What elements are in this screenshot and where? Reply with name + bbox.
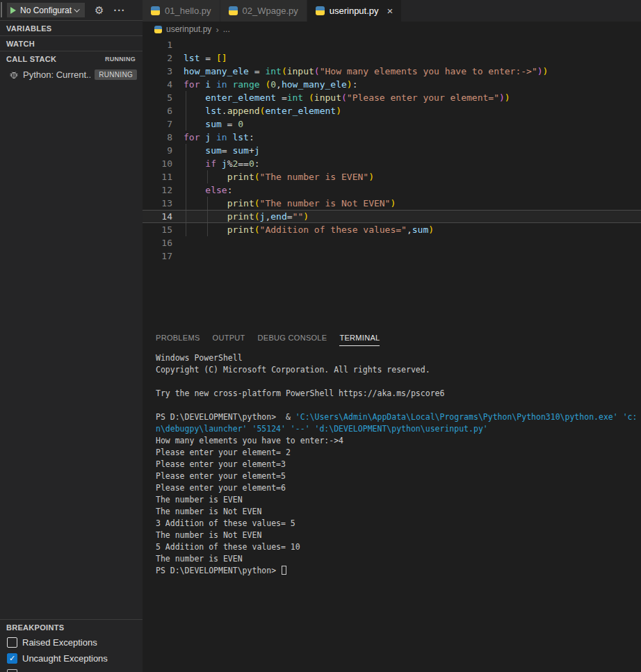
token: print — [227, 224, 254, 235]
token: ) — [428, 224, 434, 235]
panel-tab-problems[interactable]: PROBLEMS — [156, 334, 200, 345]
panel-tab-terminal[interactable]: TERMINAL — [339, 334, 380, 346]
token: : — [227, 185, 233, 195]
tab-02_Wpage.py[interactable]: 02_Wpage.py — [220, 0, 307, 22]
line-number[interactable]: 3 — [143, 65, 172, 78]
watch-section-header[interactable]: WATCH — [0, 35, 143, 51]
token: ( — [254, 172, 260, 182]
call-stack-status: RUNNING — [105, 56, 136, 63]
tab-userinput.py[interactable]: userinput.py× — [307, 0, 402, 22]
panel-tab-bar: PROBLEMSOUTPUTDEBUG CONSOLETERMINAL — [143, 327, 641, 350]
token: 0 — [270, 79, 276, 90]
code-line-8[interactable]: 8for j in lst: — [143, 131, 641, 144]
code-line-13[interactable]: 13 print("The number is Not EVEN") — [143, 197, 641, 210]
line-number[interactable]: 9 — [143, 144, 172, 157]
token: int — [265, 66, 281, 76]
indent-guide — [207, 211, 208, 222]
line-number[interactable]: 6 — [143, 104, 172, 117]
token: sum — [205, 119, 221, 129]
variables-section-header[interactable]: VARIABLES — [0, 20, 143, 35]
code-line-7[interactable]: 7 sum = 0 — [143, 117, 641, 131]
line-number[interactable]: 16 — [143, 236, 172, 249]
token: print — [227, 172, 254, 182]
debug-session-bug-icon — [9, 70, 19, 80]
code-line-11[interactable]: 11 print("The number is EVEN") — [143, 170, 641, 183]
token: ) — [336, 106, 341, 116]
code-editor[interactable]: 12lst = []3how_many_ele = int(input("How… — [143, 37, 641, 327]
close-icon[interactable]: × — [387, 6, 393, 16]
token — [184, 224, 227, 235]
line-number[interactable]: 2 — [143, 51, 172, 65]
debug-config-label: No Configurat — [20, 6, 72, 15]
code-text: for j in lst: — [184, 132, 254, 142]
terminal-line — [156, 400, 641, 411]
breakpoints-section-title: BREAKPOINTS — [6, 623, 64, 632]
debug-config-dropdown[interactable]: No Configurat — [7, 3, 85, 17]
code-line-4[interactable]: 4for i in range (0,how_many_ele): — [143, 78, 641, 91]
line-number[interactable]: 17 — [143, 249, 172, 263]
line-number[interactable]: 7 — [143, 117, 172, 131]
token — [184, 106, 205, 116]
terminal-line: PS D:\DEVELOPMENT\python> & 'C:\Users\Ad… — [156, 411, 641, 423]
code-line-10[interactable]: 10 if j%2==0: — [143, 157, 641, 170]
indent-guide — [207, 197, 208, 210]
editor-group: 01_hello.py02_Wpage.pyuserinput.py× user… — [143, 0, 641, 672]
line-number[interactable]: 1 — [143, 38, 172, 51]
panel-tab-debug-console[interactable]: DEBUG CONSOLE — [258, 334, 327, 345]
breakpoint-item[interactable]: Raised Exceptions — [0, 634, 143, 650]
code-line-15[interactable]: 15 print("Addition of these values=",sum… — [143, 223, 641, 236]
breakpoint-item[interactable]: ✓Uncaught Exceptions — [0, 650, 143, 666]
token: lst — [232, 132, 248, 142]
token: "The number is EVEN" — [260, 172, 369, 182]
code-line-6[interactable]: 6 lst.append(enter_element) — [143, 104, 641, 117]
code-line-9[interactable]: 9 sum= sum+j — [143, 144, 641, 157]
line-number[interactable]: 10 — [143, 157, 172, 170]
token: j — [254, 145, 260, 156]
line-number[interactable]: 4 — [143, 78, 172, 91]
token: print — [227, 211, 254, 222]
code-line-2[interactable]: 2lst = [] — [143, 51, 641, 65]
line-number[interactable]: 11 — [143, 170, 172, 183]
token: input — [287, 66, 314, 76]
line-number[interactable]: 12 — [143, 183, 172, 197]
breadcrumb-file[interactable]: userinput.py — [166, 24, 211, 34]
token: ( — [282, 66, 287, 76]
line-number[interactable]: 13 — [143, 197, 172, 210]
token: sum — [205, 145, 221, 156]
terminal-line: Windows PowerShell — [156, 352, 641, 364]
call-stack-session-item[interactable]: Python: Current... RUNNING — [0, 66, 143, 83]
tab-01_hello.py[interactable]: 01_hello.py — [143, 0, 220, 22]
checkbox-checked[interactable]: ✓ — [7, 653, 17, 664]
code-line-12[interactable]: 12 else: — [143, 183, 641, 197]
line-number[interactable]: 8 — [143, 131, 172, 144]
indent-guide — [186, 91, 186, 104]
start-debugging-icon[interactable] — [10, 7, 16, 14]
checkbox-unchecked[interactable] — [7, 637, 17, 648]
gear-icon[interactable]: ⚙ — [95, 5, 104, 15]
indent-guide — [207, 223, 208, 236]
code-line-3[interactable]: 3how_many_ele = int(input("How many elem… — [143, 65, 641, 78]
token: lst — [205, 106, 221, 116]
code-line-17[interactable]: 17 — [143, 249, 641, 263]
call-stack-section-header[interactable]: CALL STACK RUNNING — [0, 51, 143, 66]
breakpoints-section-header[interactable]: BREAKPOINTS — [0, 619, 143, 634]
more-actions-icon[interactable]: ··· — [114, 5, 126, 16]
tab-label: 01_hello.py — [165, 6, 211, 16]
code-line-5[interactable]: 5 enter_element =int (input("Please ente… — [143, 91, 641, 104]
line-number[interactable]: 15 — [143, 223, 172, 236]
code-line-16[interactable]: 16 — [143, 236, 641, 249]
line-number[interactable]: 5 — [143, 91, 172, 104]
token — [303, 92, 309, 103]
breadcrumb-more[interactable]: ... — [223, 24, 230, 34]
indent-guide — [186, 104, 186, 117]
token: range — [232, 79, 259, 90]
code-line-1[interactable]: 1 — [143, 38, 641, 51]
breadcrumb[interactable]: userinput.py › ... — [143, 22, 641, 37]
code-line-14[interactable]: 14 print(j,end="") — [143, 210, 641, 223]
terminal-output[interactable]: Windows PowerShellCopyright (C) Microsof… — [143, 350, 641, 577]
token: ) — [499, 92, 505, 103]
line-number[interactable]: 14 — [143, 211, 172, 222]
token: append — [227, 106, 260, 116]
panel-tab-output[interactable]: OUTPUT — [213, 334, 245, 345]
code-text: print(j,end="") — [184, 211, 309, 222]
